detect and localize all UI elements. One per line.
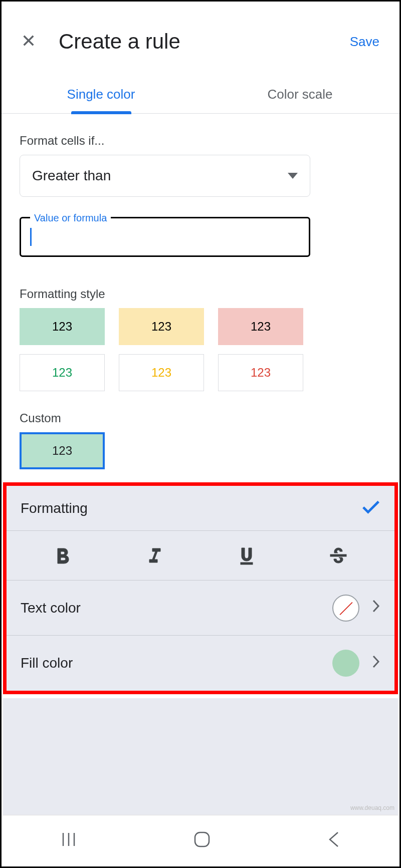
watermark: www.deuaq.com — [350, 804, 394, 811]
save-button[interactable]: Save — [350, 34, 379, 50]
tab-single-color[interactable]: Single color — [2, 77, 200, 113]
custom-label: Custom — [20, 411, 381, 425]
svg-rect-3 — [330, 554, 346, 556]
bold-icon[interactable] — [51, 544, 74, 567]
formatting-panel-highlight: Formatting Text color — [3, 482, 398, 694]
home-icon[interactable] — [192, 829, 212, 851]
swatch-yellow-text[interactable]: 123 — [119, 354, 204, 391]
recents-icon[interactable] — [60, 831, 77, 850]
close-icon[interactable] — [22, 32, 47, 52]
italic-icon[interactable] — [143, 544, 166, 567]
tabs: Single color Color scale — [2, 77, 399, 114]
fill-color-row[interactable]: Fill color — [7, 636, 394, 691]
format-buttons-row — [7, 531, 394, 581]
swatch-row-2: 123 123 123 — [20, 354, 381, 391]
page-title: Create a rule — [59, 30, 350, 54]
back-icon[interactable] — [327, 830, 341, 850]
underline-icon[interactable] — [235, 544, 258, 567]
panel-background — [3, 698, 398, 815]
condition-value: Greater than — [32, 168, 111, 184]
condition-select[interactable]: Greater than — [20, 155, 310, 197]
tab-color-scale[interactable]: Color scale — [200, 77, 399, 113]
swatch-green-fill[interactable]: 123 — [20, 308, 105, 345]
text-cursor — [30, 228, 32, 246]
text-color-swatch-none — [332, 595, 359, 622]
formatting-header-row[interactable]: Formatting — [7, 486, 394, 531]
fill-color-label: Fill color — [21, 655, 73, 671]
text-color-row[interactable]: Text color — [7, 581, 394, 636]
formatting-panel: Formatting Text color — [7, 486, 394, 691]
check-icon[interactable] — [361, 498, 380, 518]
value-input[interactable]: Value or formula — [20, 217, 310, 257]
chevron-right-icon — [371, 599, 380, 617]
chevron-right-icon — [371, 654, 380, 673]
style-label: Formatting style — [20, 287, 381, 301]
fill-color-swatch — [332, 650, 359, 677]
swatch-row-1: 123 123 123 — [20, 308, 381, 345]
content: Format cells if... Greater than Value or… — [2, 114, 399, 469]
svg-rect-7 — [195, 832, 209, 846]
text-color-label: Text color — [21, 600, 81, 616]
svg-rect-2 — [241, 562, 253, 564]
swatch-red-fill[interactable]: 123 — [218, 308, 303, 345]
android-navbar — [3, 815, 398, 865]
swatch-yellow-fill[interactable]: 123 — [119, 308, 204, 345]
condition-label: Format cells if... — [20, 134, 381, 148]
custom-swatch[interactable]: 123 — [20, 432, 105, 469]
swatch-red-text[interactable]: 123 — [218, 354, 303, 391]
header: Create a rule Save — [2, 2, 399, 77]
chevron-down-icon — [288, 173, 298, 179]
formatting-title: Formatting — [21, 500, 88, 516]
value-input-label: Value or formula — [30, 212, 111, 224]
strikethrough-icon[interactable] — [327, 544, 350, 567]
swatch-green-text[interactable]: 123 — [20, 354, 105, 391]
